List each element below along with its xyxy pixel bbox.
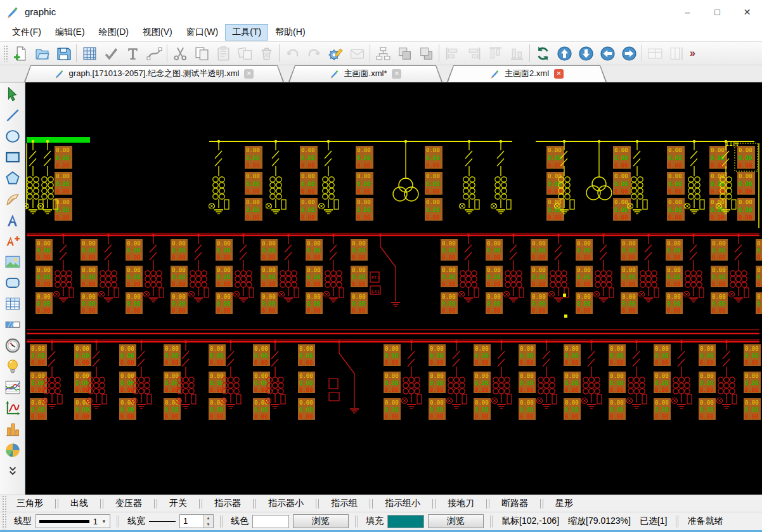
menu-item-help[interactable]: 帮助(H): [269, 25, 311, 40]
bezier-button[interactable]: [143, 43, 165, 63]
fill-color-swatch[interactable]: [387, 515, 424, 528]
move-right-button[interactable]: [618, 43, 640, 63]
svg-text:0.00: 0.00: [614, 214, 628, 221]
trend-chart-tool[interactable]: [1, 398, 24, 418]
ellipse-tool[interactable]: [1, 126, 24, 146]
polygon-tool[interactable]: [1, 167, 24, 188]
line-tool[interactable]: [1, 105, 24, 126]
svg-text:0.00: 0.00: [442, 267, 456, 273]
fill-browse-button[interactable]: 浏览: [428, 514, 484, 528]
tab-close-button[interactable]: ✕: [244, 69, 254, 79]
symbol-button-9[interactable]: 断路器: [493, 498, 536, 509]
text-button[interactable]: [122, 43, 143, 63]
svg-text:0.00: 0.00: [254, 373, 268, 379]
text-plus-tool[interactable]: [1, 230, 24, 251]
refresh-button[interactable]: [532, 43, 553, 63]
symbol-button-5[interactable]: 指示器小: [260, 498, 312, 509]
drawing-canvas[interactable]: II段0.000.000.000.000.000.000.000.000.000…: [25, 82, 762, 495]
more-tools-tool[interactable]: [1, 460, 24, 481]
symbol-button-3[interactable]: 开关: [161, 498, 195, 509]
svg-text:0.00: 0.00: [532, 247, 546, 254]
maximize-button[interactable]: □: [702, 0, 732, 23]
symbol-button-10[interactable]: 星形: [547, 498, 581, 509]
select-tool[interactable]: [1, 84, 24, 105]
svg-text:0.00: 0.00: [532, 301, 546, 307]
statusbar-grip[interactable]: [2, 513, 6, 529]
tab-close-button[interactable]: ✕: [554, 69, 564, 79]
menu-item-edit[interactable]: 编辑(E): [49, 25, 91, 40]
progress-bar-tool[interactable]: [1, 314, 24, 335]
close-button[interactable]: ✕: [732, 0, 762, 23]
svg-text:0.00: 0.00: [614, 188, 628, 195]
symbol-separator: [316, 499, 319, 509]
curve-chart-tool[interactable]: [1, 377, 24, 398]
copy-button[interactable]: [191, 43, 212, 63]
image-icon: [4, 254, 21, 270]
settings-button[interactable]: [325, 43, 346, 63]
spin-down-icon[interactable]: ▼: [203, 521, 213, 528]
toolbar-grip[interactable]: [3, 45, 8, 62]
line-width-value: 1: [180, 515, 203, 528]
move-down-button[interactable]: [575, 43, 597, 63]
spin-up-icon[interactable]: ▲: [203, 515, 213, 521]
minimize-button[interactable]: –: [673, 0, 702, 23]
toolbar-overflow-button[interactable]: »: [690, 48, 695, 59]
menu-item-view[interactable]: 视图(V): [136, 25, 179, 40]
menu-item-file[interactable]: 文件(F): [6, 25, 48, 40]
line-width-spinner[interactable]: 1 ▲▼: [179, 514, 214, 528]
tab-1[interactable]: 主画面.xml*✕: [288, 65, 442, 82]
svg-text:0.00: 0.00: [217, 254, 231, 261]
menu-item-tools[interactable]: 工具(T): [226, 25, 268, 40]
svg-text:0.00: 0.00: [307, 240, 321, 247]
grid-button[interactable]: [79, 43, 100, 63]
text-tool[interactable]: [1, 209, 24, 230]
open-file-button[interactable]: [31, 43, 53, 63]
svg-text:0.00: 0.00: [210, 413, 224, 420]
move-down-icon: [578, 46, 594, 62]
move-up-button[interactable]: [553, 43, 575, 63]
tree-button[interactable]: [372, 43, 394, 63]
symbol-button-1[interactable]: 出线: [62, 498, 96, 509]
check-button[interactable]: [100, 43, 122, 63]
new-file-button[interactable]: [10, 43, 31, 63]
symbol-button-2[interactable]: 变压器: [107, 498, 150, 509]
menu-item-draw[interactable]: 绘图(D): [93, 25, 135, 40]
arc-fan-tool[interactable]: [1, 188, 24, 209]
line-type-select[interactable]: 1 ▼: [36, 514, 110, 528]
svg-text:0.00: 0.00: [442, 274, 456, 280]
line-color-browse-button[interactable]: 浏览: [293, 514, 349, 528]
symbolbar-grip[interactable]: [2, 495, 6, 512]
bring-front-button[interactable]: [394, 43, 415, 63]
toolbar-separator: [167, 44, 167, 62]
svg-text:0.00: 0.00: [165, 406, 179, 413]
move-left-button[interactable]: [597, 43, 618, 63]
rounded-rectangle-tool[interactable]: [1, 272, 24, 293]
tab-2[interactable]: 主画面2.xml✕: [447, 65, 607, 82]
pie-chart-tool[interactable]: [1, 439, 24, 460]
indicator-lamp-tool[interactable]: [1, 356, 24, 377]
spinner-arrows[interactable]: ▲▼: [203, 515, 213, 528]
cut-button[interactable]: [169, 43, 191, 63]
image-tool[interactable]: [1, 251, 24, 272]
tab-0[interactable]: graph.[171013-2057].纪念之图.测试半透明.xml✕: [24, 65, 284, 82]
svg-text:0.00: 0.00: [700, 373, 714, 379]
send-back-button[interactable]: [415, 43, 437, 63]
symbol-button-8[interactable]: 接地刀: [439, 498, 482, 509]
svg-text:0.00: 0.00: [120, 387, 134, 393]
svg-text:0.00: 0.00: [426, 207, 440, 213]
svg-text:0.00: 0.00: [614, 147, 628, 153]
gauge-clock-tool[interactable]: [1, 335, 24, 356]
tab-close-button[interactable]: ✕: [392, 69, 401, 79]
svg-text:0.00: 0.00: [385, 353, 399, 359]
rectangle-tool[interactable]: [1, 146, 24, 167]
save-file-button[interactable]: [53, 43, 74, 63]
line-color-swatch[interactable]: [252, 515, 289, 528]
table-tool[interactable]: [1, 293, 24, 314]
symbol-button-7[interactable]: 指示组小: [377, 498, 429, 509]
menu-item-window[interactable]: 窗口(W): [180, 25, 225, 40]
symbol-button-6[interactable]: 指示组: [323, 498, 366, 509]
symbol-button-4[interactable]: 指示器: [206, 498, 249, 509]
svg-text:0.00: 0.00: [307, 247, 321, 254]
bar-chart-tool[interactable]: [1, 418, 24, 439]
symbol-button-0[interactable]: 三角形: [8, 498, 51, 509]
